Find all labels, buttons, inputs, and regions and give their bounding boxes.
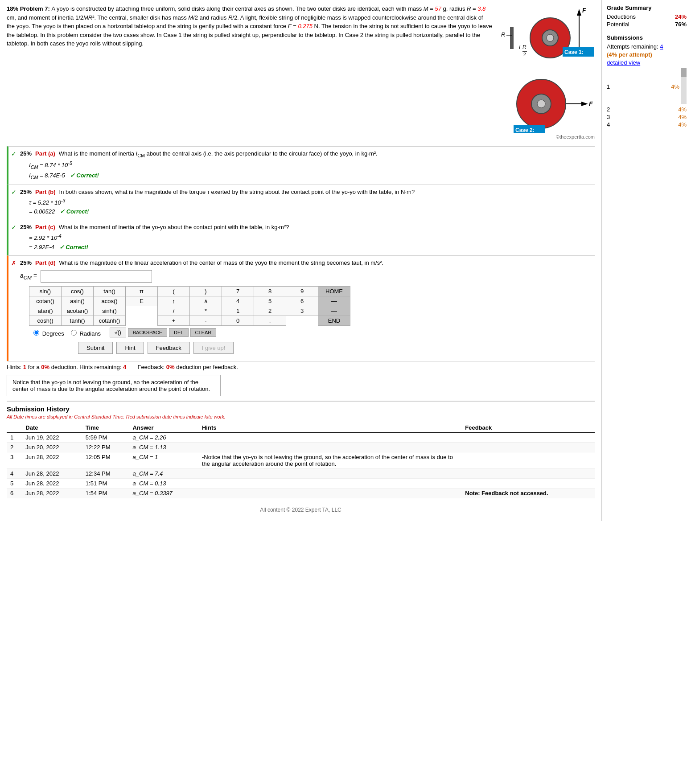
svg-point-5 xyxy=(547,34,554,41)
svg-text:F: F xyxy=(589,100,593,107)
calc-plus[interactable]: + xyxy=(158,316,190,325)
calc-cotan[interactable]: cotan() xyxy=(29,296,62,306)
part-d-section: ✗ 25% Part (d) What is the magnitude of … xyxy=(7,255,595,361)
part-c-label: Part (c) xyxy=(35,224,55,230)
give-up-button[interactable]: I give up! xyxy=(193,342,234,354)
calc-minus[interactable]: - xyxy=(190,316,222,325)
calc-dot[interactable]: . xyxy=(254,316,286,325)
row-hints xyxy=(198,488,461,498)
calc-divide[interactable]: / xyxy=(158,306,190,316)
calc-8[interactable]: 8 xyxy=(254,286,286,296)
calc-atan[interactable]: atan() xyxy=(29,306,62,316)
right-panel: Grade Summary Deductions 24% Potential 7… xyxy=(602,0,691,521)
calc-sqrt-btn[interactable]: √() xyxy=(110,328,126,337)
calc-degrees-label[interactable]: Degrees xyxy=(33,330,64,337)
row-num: 1 xyxy=(7,432,22,442)
calc-5[interactable]: 5 xyxy=(254,296,286,306)
calc-2[interactable]: 2 xyxy=(254,306,286,316)
row-hints xyxy=(198,468,461,478)
calc-cosh[interactable]: cosh() xyxy=(29,316,62,325)
part-b-section: ✓ 25% Part (b) In both cases shown, what… xyxy=(7,185,595,220)
calc-1[interactable]: 1 xyxy=(222,306,254,316)
calc-cos[interactable]: cos() xyxy=(62,286,94,296)
calc-e[interactable]: E xyxy=(126,296,158,306)
row-num: 3 xyxy=(7,452,22,468)
calc-pi[interactable]: π xyxy=(126,286,158,296)
row-num: 5 xyxy=(7,478,22,488)
calc-acos[interactable]: acos() xyxy=(94,296,126,306)
calc-up[interactable]: ↑ xyxy=(158,296,190,306)
deductions-label: Deductions xyxy=(607,13,636,20)
attempts-remaining-value[interactable]: 4 xyxy=(660,43,663,50)
row-date: Jun 20, 2022 xyxy=(22,442,82,452)
list-item: 1 4% xyxy=(607,68,687,105)
calc-7[interactable]: 7 xyxy=(222,286,254,296)
calc-degrees-radio[interactable] xyxy=(33,330,39,336)
row-feedback xyxy=(461,478,595,488)
col-hints: Hints xyxy=(198,423,461,433)
svg-rect-24 xyxy=(681,68,687,77)
row-answer: a_CM = 0.3397 xyxy=(129,488,198,498)
grade-title: Grade Summary xyxy=(607,4,687,11)
hints-count[interactable]: 1 xyxy=(23,364,26,370)
answer-input-d[interactable] xyxy=(41,270,152,283)
calc-caret[interactable]: ∧ xyxy=(190,296,222,306)
problem-percent: 18% xyxy=(7,5,18,12)
hints-row: Hints: 1 for a 0% deduction. Hints remai… xyxy=(7,361,595,373)
part-d-question: What is the magnitude of the linear acce… xyxy=(59,259,384,266)
calc-close-paren[interactable]: ) xyxy=(190,286,222,296)
table-row: 2 Jun 20, 2022 12:22 PM a_CM = 1.13 xyxy=(7,442,595,452)
part-c-percent: 25% xyxy=(20,224,32,230)
calc-del-btn[interactable]: DEL xyxy=(169,328,188,337)
footer: All content © 2022 Expert TA, LLC xyxy=(7,503,595,517)
detailed-view-link[interactable]: detailed view xyxy=(607,59,640,66)
calc-radians-radio[interactable] xyxy=(71,330,77,336)
row-hints xyxy=(198,478,461,488)
row-hints xyxy=(198,442,461,452)
calc-multiply[interactable]: * xyxy=(190,306,222,316)
calc-dash1[interactable]: — xyxy=(318,296,350,306)
calc-asin[interactable]: asin() xyxy=(62,296,94,306)
case1-diagram: F R I R — 2 xyxy=(497,4,595,70)
calc-0[interactable]: 0 xyxy=(222,316,254,325)
part-a-check: ✓ xyxy=(11,150,16,157)
row-hints xyxy=(198,432,461,442)
hints-remaining: 4 xyxy=(123,364,126,370)
calc-9[interactable]: 9 xyxy=(286,286,318,296)
calc-radians-label[interactable]: Radians xyxy=(71,330,101,337)
svg-marker-19 xyxy=(581,102,588,106)
row-date: Jun 28, 2022 xyxy=(22,478,82,488)
row-feedback xyxy=(461,452,595,468)
calc-dash2[interactable]: — xyxy=(318,306,350,316)
row-feedback: Note: Feedback not accessed. xyxy=(461,488,595,498)
calc-3[interactable]: 3 xyxy=(286,306,318,316)
feedback-button[interactable]: Feedback xyxy=(148,342,190,354)
calc-clear-btn[interactable]: CLEAR xyxy=(190,328,217,337)
calc-radio-group: Degrees Radians xyxy=(33,330,101,337)
calc-home[interactable]: HOME xyxy=(318,286,350,296)
svg-text:Case 2:: Case 2: xyxy=(515,127,535,133)
list-item: 2 4% xyxy=(607,106,687,113)
attempt-list: 1 4% 2 4% 3 4% 4 4% xyxy=(607,68,687,128)
part-a-answer2: ICM = 8.74E-5 ✓ Correct! xyxy=(29,172,595,180)
calc-acotan[interactable]: acotan() xyxy=(62,306,94,316)
calc-end[interactable]: END xyxy=(318,316,350,325)
part-c-section: ✓ 25% Part (c) What is the moment of ine… xyxy=(7,220,595,255)
table-row: 6 Jun 28, 2022 1:54 PM a_CM = 0.3397 Not… xyxy=(7,488,595,498)
calc-backspace-btn[interactable]: BACKSPACE xyxy=(128,328,167,337)
calc-4[interactable]: 4 xyxy=(222,296,254,306)
submit-button[interactable]: Submit xyxy=(78,342,113,354)
part-d-label: Part (d) xyxy=(35,259,56,266)
part-a-section: ✓ 25% Part (a) What is the moment of ine… xyxy=(7,146,595,185)
hint-button[interactable]: Hint xyxy=(116,342,144,354)
calc-tan[interactable]: tan() xyxy=(94,286,126,296)
calc-sin[interactable]: sin() xyxy=(29,286,62,296)
part-a-answer1: ICM = 8.74 * 10-5 xyxy=(29,160,595,170)
calc-tanh[interactable]: tanh() xyxy=(62,316,94,325)
svg-text:2: 2 xyxy=(523,52,526,57)
calc-sinh[interactable]: sinh() xyxy=(94,306,126,316)
calc-6[interactable]: 6 xyxy=(286,296,318,306)
calc-cotanh[interactable]: cotanh() xyxy=(94,316,126,325)
calc-open-paren[interactable]: ( xyxy=(158,286,190,296)
attempts-remaining-label: Attempts remaining: xyxy=(607,43,658,50)
